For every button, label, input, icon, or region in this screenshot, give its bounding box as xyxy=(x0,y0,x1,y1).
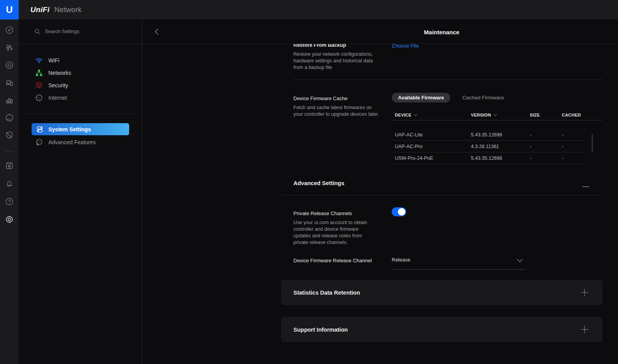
sidebar-item-label: System Settings xyxy=(48,126,91,133)
section-statistics-data-retention[interactable]: Statistics Data Retention xyxy=(281,280,602,305)
sidebar-item-internet[interactable]: Internet xyxy=(19,92,142,104)
sidebar-item-wifi[interactable]: WiFi xyxy=(19,54,142,67)
column-header-size: SIZE xyxy=(530,113,562,117)
system-settings-icon xyxy=(36,125,44,133)
nav-rail-top xyxy=(0,19,19,144)
release-channel-value: Release xyxy=(392,257,410,263)
support-information-title: Support Information xyxy=(293,327,348,333)
column-header-device[interactable]: DEVICE xyxy=(395,113,471,117)
search-placeholder: Search Settings xyxy=(45,29,79,34)
tab-available-firmware[interactable]: Available Firmware xyxy=(392,93,450,102)
firmware-tabs: Available Firmware Cached Firmware xyxy=(392,93,602,102)
table-cell: - xyxy=(530,155,562,161)
topology-icon[interactable] xyxy=(0,39,19,56)
security-icon xyxy=(35,81,43,89)
firmware-cache-title: Device Firmware Cache xyxy=(293,95,382,101)
sidebar-item-advanced-features[interactable]: Advanced Features xyxy=(19,136,142,148)
notifications-bell-icon[interactable] xyxy=(0,175,19,193)
collapse-button[interactable] xyxy=(582,182,589,189)
plus-icon[interactable] xyxy=(581,289,588,296)
security-shield-icon[interactable] xyxy=(0,126,19,144)
whats-new-calendar-icon[interactable] xyxy=(0,157,19,175)
table-row[interactable]: UAP-AC-Pro4.3.28.11361-- xyxy=(392,141,587,152)
table-row[interactable]: USW-Pro-24-PoE5.43.35.12698-- xyxy=(392,152,587,164)
table-cell: 5.43.35.12698 xyxy=(471,132,530,138)
sidebar-item-system-settings[interactable]: System Settings xyxy=(32,123,129,135)
chevron-down-icon xyxy=(517,259,523,262)
column-header-version[interactable]: VERSION xyxy=(471,113,530,117)
settings-scroll-area[interactable]: Restore From Backup Restore your network… xyxy=(143,44,618,364)
settings-sidebar: Search Settings WiFiNetworksSecurityInte… xyxy=(19,19,142,364)
table-cell: 4.3.28.11361 xyxy=(471,144,530,149)
networks-icon xyxy=(35,69,43,77)
sidebar-item-security[interactable]: Security xyxy=(19,79,142,92)
tab-cached-firmware[interactable]: Cached Firmware xyxy=(462,95,504,101)
nav-rail-divider xyxy=(5,151,14,152)
top-bar: UniFi Network xyxy=(19,0,618,19)
private-release-toggle[interactable] xyxy=(392,207,406,216)
table-cell: UAP-AC-Lite xyxy=(395,132,471,138)
settings-gear-icon[interactable] xyxy=(0,210,19,228)
sidebar-item-networks[interactable]: Networks xyxy=(19,67,142,79)
dashboard-icon[interactable] xyxy=(0,21,19,39)
toggle-knob xyxy=(398,208,405,216)
wifi-icon xyxy=(35,57,43,64)
clients-icon[interactable] xyxy=(0,74,19,91)
insights-icon[interactable] xyxy=(0,109,19,126)
advanced-features-icon xyxy=(35,138,43,146)
search-icon xyxy=(34,28,41,35)
help-icon[interactable] xyxy=(0,193,19,210)
fw-table-scrollbar[interactable] xyxy=(591,134,593,152)
table-cell: UAP-AC-Pro xyxy=(395,144,471,149)
section-device-firmware-cache: Device Firmware Cache Fetch and cache la… xyxy=(281,93,602,164)
table-row[interactable]: UAP-AC-Lite5.43.35.12698-- xyxy=(392,129,587,141)
fw-table-head: DEVICEVERSIONSIZECACHED xyxy=(392,110,602,120)
sidebar-item-label: Security xyxy=(48,82,68,88)
table-cell: - xyxy=(530,144,562,149)
release-channel-label: Device Firmware Release Channel xyxy=(293,258,391,263)
restore-description: Restore your network configurations, har… xyxy=(293,51,382,71)
devices-icon[interactable] xyxy=(0,56,19,74)
private-release-title: Private Release Channels xyxy=(293,210,371,216)
nav-rail xyxy=(0,19,19,364)
app-title: UniFi Network xyxy=(30,5,82,14)
statistics-icon[interactable] xyxy=(0,91,19,109)
sidebar-item-label: Networks xyxy=(48,70,71,76)
sidebar-menu: WiFiNetworksSecurityInternet xyxy=(19,44,142,104)
chevron-left-icon xyxy=(154,28,159,35)
firmware-cache-description: Fetch and cache latest firmwares on your… xyxy=(293,104,382,118)
sidebar-item-label: Internet xyxy=(48,95,67,101)
sidebar-menu-system: System SettingsAdvanced Features xyxy=(19,114,142,148)
column-header-cached: CACHED xyxy=(562,113,602,117)
brand-product: Network xyxy=(54,5,82,14)
section-divider xyxy=(293,79,602,80)
choose-file-button[interactable]: Choose File xyxy=(392,44,419,49)
fw-table-body: UAP-AC-Lite5.43.35.12698--UAP-AC-Pro4.3.… xyxy=(392,129,587,164)
search-input[interactable]: Search Settings xyxy=(19,19,142,44)
statistics-data-retention-title: Statistics Data Retention xyxy=(293,290,360,296)
table-cell: - xyxy=(562,144,587,149)
advanced-settings-title: Advanced Settings xyxy=(293,180,345,186)
sidebar-item-label: WiFi xyxy=(48,57,59,64)
minus-icon xyxy=(582,186,589,187)
back-button[interactable] xyxy=(154,28,159,37)
internet-icon xyxy=(35,94,43,102)
table-cell: - xyxy=(562,155,587,161)
table-cell: - xyxy=(530,132,562,138)
section-support-information[interactable]: Support Information xyxy=(281,317,602,342)
ubiquiti-logo[interactable]: U xyxy=(0,0,19,19)
ubiquiti-logo-letter: U xyxy=(6,4,12,15)
table-cell: - xyxy=(562,132,587,138)
plus-icon[interactable] xyxy=(581,326,588,333)
content-panel: Maintenance Restore From Backup Restore … xyxy=(143,19,618,364)
content-header: Maintenance xyxy=(143,19,618,44)
page-title: Maintenance xyxy=(281,29,602,35)
table-cell: USW-Pro-24-PoE xyxy=(395,155,471,161)
settings-column: Restore From Backup Restore your network… xyxy=(281,44,602,352)
release-channel-select[interactable]: Release xyxy=(392,255,525,270)
table-cell: 5.43.35.12698 xyxy=(471,155,530,161)
restore-title: Restore From Backup xyxy=(293,44,382,48)
brand-unifi: UniFi xyxy=(30,5,50,14)
sidebar-item-label: Advanced Features xyxy=(48,139,96,145)
section-advanced-settings[interactable]: Advanced Settings xyxy=(281,177,602,195)
